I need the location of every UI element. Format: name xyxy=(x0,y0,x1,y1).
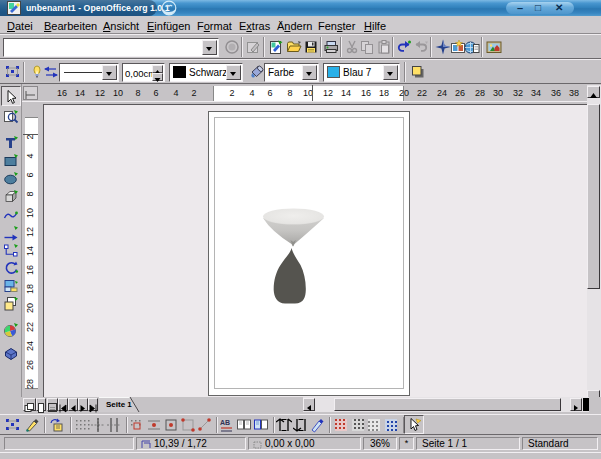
svg-text:AB: AB xyxy=(220,419,230,426)
